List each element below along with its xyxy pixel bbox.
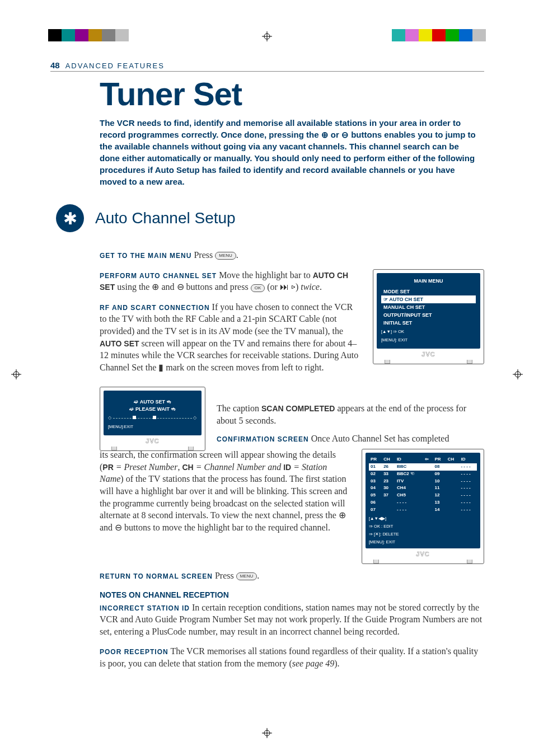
menu-item: MODE SET: [381, 288, 476, 295]
lead-text: GET TO THE MAIN MENU: [100, 252, 191, 260]
body-block: GET TO THE MAIN MENU Press MENU. PERFORM…: [100, 249, 484, 669]
printer-colorbar-left: [48, 29, 129, 41]
menu-item: OUTPUT/INPUT SET: [381, 311, 476, 319]
para-get-menu: GET TO THE MAIN MENU Press MENU.: [100, 249, 484, 261]
star-icon: ✱: [56, 204, 84, 232]
section-name: ADVANCED FEATURES: [65, 62, 165, 70]
menu-item: INITIAL SET: [381, 319, 476, 327]
page-title: Tuner Set: [100, 75, 484, 112]
lead-text: RF AND SCART CONNECTION: [100, 304, 210, 312]
table-row: 07- - - -14- - - -: [369, 506, 477, 514]
para-confirmation-start: CONFIRMATION SCREEN Once Auto Channel Se…: [217, 433, 484, 445]
intro-text: The VCR needs to find, identify and memo…: [100, 117, 480, 187]
para-confirmation: its search, the confirmation screen will…: [100, 449, 350, 533]
progress-bar: ◇ ◇: [108, 415, 197, 421]
brand-label: JVC: [366, 548, 480, 559]
osd-autoset: ➫ AUTO SET ➬ ➫ PLEASE WAIT ➬ ◇ ◇ [MENU]:…: [100, 387, 205, 451]
osd-hint: [▲▼◀▶]: [369, 516, 477, 522]
printer-colorbar-right: [392, 29, 486, 41]
lead-text: PERFORM AUTO CHANNEL SET: [100, 272, 217, 280]
para-rf-scart: RF AND SCART CONNECTION If you have chos…: [100, 301, 362, 374]
channel-table: PRCHID⇦ PRCHID 0126BBC08- - - - 0233BBC2…: [369, 456, 477, 513]
note-poor-reception: POOR RECEPTION The VCR memorises all sta…: [100, 645, 484, 669]
table-row: 0233BBC2 ☜09- - - -: [369, 471, 477, 478]
osd-hint: [▲▼] ⇒ OK: [381, 329, 476, 335]
registration-mark-icon: [11, 369, 21, 379]
para-return: RETURN TO NORMAL SCREEN Press MENU.: [100, 570, 484, 582]
table-row: 06- - - -13- - - -: [369, 499, 477, 506]
table-row: 0430CH411- - - -: [369, 485, 477, 492]
table-row: 0323ITV10- - - -: [369, 478, 477, 485]
lead-text: RETURN TO NORMAL SCREEN: [100, 572, 213, 580]
menu-item: MANUAL CH SET: [381, 303, 476, 311]
para-caption: The caption SCAN COMPLETED appears at th…: [217, 402, 484, 426]
osd-title: MAIN MENU: [381, 278, 476, 284]
osd-hint: [MENU]:EXIT: [108, 424, 197, 430]
osd-main-menu: MAIN MENU MODE SET ☞ AUTO CH SET MANUAL …: [373, 269, 484, 364]
menu-button-graphic: MENU: [236, 572, 257, 580]
osd-channel-table: PRCHID⇦ PRCHID 0126BBC08- - - - 0233BBC2…: [362, 449, 484, 564]
osd-hint: ⇒ [✕]: DELETE: [369, 532, 477, 537]
subhead: Auto Channel Setup: [95, 209, 236, 227]
ok-button-graphic: OK: [251, 284, 265, 292]
page-number: 48: [50, 60, 60, 70]
brand-label: JVC: [104, 435, 202, 446]
para-perform: PERFORM AUTO CHANNEL SET Move the highli…: [100, 269, 362, 293]
lead-text: POOR RECEPTION: [100, 648, 168, 656]
subhead-row: ✱ Auto Channel Setup: [50, 204, 484, 232]
notes-heading: NOTES ON CHANNEL RECEPTION: [100, 590, 484, 600]
registration-mark-icon: [262, 31, 272, 41]
lead-text: INCORRECT STATION ID: [100, 604, 190, 612]
menu-item-highlighted: ☞ AUTO CH SET: [381, 295, 476, 303]
brand-label: JVC: [377, 349, 480, 359]
osd-line: PLEASE WAIT: [135, 406, 170, 412]
osd-line: AUTO SET: [140, 399, 165, 405]
page-header: 48 ADVANCED FEATURES: [50, 60, 484, 72]
table-row: 0537CH512- - - -: [369, 492, 477, 499]
page-content: 48 ADVANCED FEATURES Tuner Set The VCR n…: [50, 60, 484, 677]
osd-hint: [MENU]: EXIT: [381, 337, 476, 343]
note-incorrect-id: INCORRECT STATION ID In certain receptio…: [100, 602, 484, 638]
menu-button-graphic: MENU: [215, 252, 236, 260]
table-row: 0126BBC08- - - -: [369, 463, 477, 471]
registration-mark-icon: [513, 369, 523, 379]
osd-hint: ⇒ OK : EDIT: [369, 524, 477, 529]
lead-text: CONFIRMATION SCREEN: [217, 435, 309, 443]
osd-hint: [MENU]: EXIT: [369, 539, 477, 545]
registration-mark-icon: [262, 728, 272, 738]
